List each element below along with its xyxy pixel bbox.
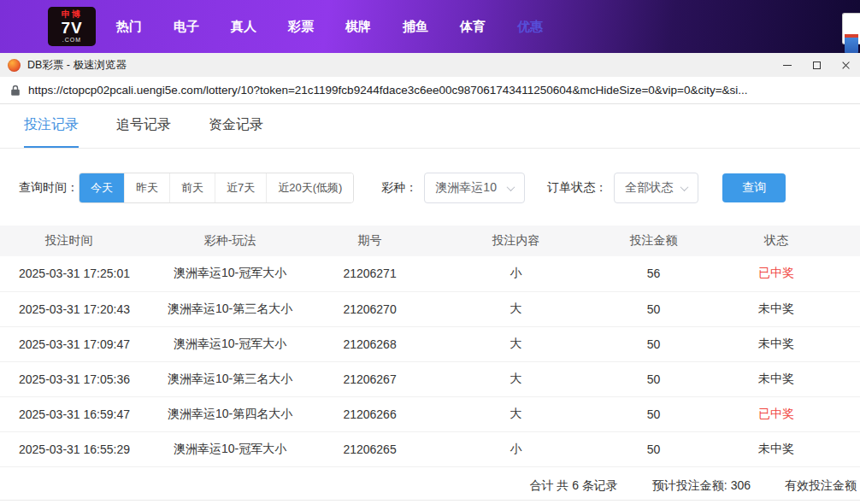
close-icon [841, 61, 851, 70]
cell-content: 小 [417, 256, 615, 291]
cell-status: 未中奖 [692, 361, 860, 396]
lottery-select-value: 澳洲幸运10 [435, 180, 497, 196]
cell-status: 未中奖 [692, 291, 860, 326]
order-status-select[interactable]: 全部状态 [614, 173, 698, 203]
floating-window-content [845, 34, 858, 53]
browser-window-title: DB彩票 - 极速浏览器 [27, 58, 127, 73]
table-row: 2025-03-31 16:55:29 澳洲幸运10-冠军大小 21206265… [0, 431, 860, 466]
summary-total-count: 合计 共 6 条记录 [529, 478, 617, 494]
browser-address-bar: https://ctopcp02pcali.uengi5e.com/lotter… [0, 77, 860, 104]
cell-amount: 56 [615, 256, 692, 291]
col-header-issue: 期号 [322, 226, 417, 256]
cell-game: 澳洲幸运10-冠军大小 [138, 326, 322, 361]
maximize-button[interactable] [802, 53, 831, 77]
cell-content: 小 [417, 431, 615, 466]
cell-amount: 50 [615, 326, 692, 361]
cell-amount: 50 [615, 291, 692, 326]
table-row: 2025-03-31 17:25:01 澳洲幸运10-冠军大小 21206271… [0, 256, 860, 291]
site-nav-menu: 热门 电子 真人 彩票 棋牌 捕鱼 体育 优惠 [116, 19, 543, 35]
cell-bet-time: 2025-03-31 16:59:47 [0, 396, 138, 431]
lottery-filter-label: 彩种： [381, 180, 417, 196]
lottery-select[interactable]: 澳洲幸运10 [424, 173, 525, 203]
cell-bet-time: 2025-03-31 17:25:01 [0, 256, 138, 291]
col-header-game: 彩种-玩法 [138, 226, 322, 256]
tab-chase-records[interactable]: 追号记录 [116, 104, 171, 148]
cell-issue: 21206270 [322, 291, 417, 326]
site-logo[interactable]: 申博 7V .COM [48, 7, 96, 46]
time-filter-label: 查询时间： [19, 180, 79, 196]
url-input[interactable]: https://ctopcp02pcali.uengi5e.com/lotter… [28, 84, 850, 97]
col-header-content: 投注内容 [417, 226, 615, 256]
cell-status: 未中奖 [692, 326, 860, 361]
time-range-group: 今天 昨天 前天 近7天 近20天(低频) [79, 173, 354, 203]
table-row: 2025-03-31 16:59:47 澳洲幸运10-第四名大小 2120626… [0, 396, 860, 431]
cell-content: 大 [417, 326, 615, 361]
cell-game: 澳洲幸运10-冠军大小 [138, 256, 322, 291]
cell-game: 澳洲幸运10-第三名大小 [138, 291, 322, 326]
time-btn-7days[interactable]: 近7天 [215, 173, 266, 202]
table-row: 2025-03-31 17:20:43 澳洲幸运10-第三名大小 2120627… [0, 291, 860, 326]
chevron-down-icon [680, 183, 689, 191]
cell-content: 大 [417, 361, 615, 396]
cell-content: 大 [417, 396, 615, 431]
cell-amount: 50 [615, 361, 692, 396]
cell-issue: 21206266 [322, 396, 417, 431]
cell-bet-time: 2025-03-31 17:09:47 [0, 326, 138, 361]
cell-game: 澳洲幸运10-冠军大小 [138, 431, 322, 466]
nav-item-lottery[interactable]: 彩票 [288, 19, 314, 35]
close-button[interactable] [831, 53, 860, 77]
logo-text-suffix: .COM [62, 37, 81, 43]
status-select-value: 全部状态 [625, 180, 673, 196]
table-row: 2025-03-31 17:09:47 澳洲幸运10-冠军大小 21206268… [0, 326, 860, 361]
cell-bet-time: 2025-03-31 17:20:43 [0, 291, 138, 326]
nav-item-sports[interactable]: 体育 [460, 19, 486, 35]
nav-item-fishing[interactable]: 捕鱼 [403, 19, 428, 35]
nav-item-slots[interactable]: 电子 [174, 19, 199, 35]
tab-fund-records[interactable]: 资金记录 [209, 104, 263, 148]
table-header-row: 投注时间 彩种-玩法 期号 投注内容 投注金额 状态 [0, 226, 860, 256]
browser-app-icon [8, 59, 21, 72]
summary-valid-amount: 有效投注金额 [785, 478, 857, 494]
cell-issue: 21206268 [322, 326, 417, 361]
cell-game: 澳洲幸运10-第三名大小 [138, 361, 322, 396]
cell-issue: 21206271 [322, 256, 417, 291]
time-btn-yesterday[interactable]: 昨天 [124, 173, 169, 202]
browser-title-bar: DB彩票 - 极速浏览器 [0, 53, 860, 77]
minimize-icon [783, 65, 792, 66]
cell-status: 已中奖 [692, 256, 860, 291]
time-btn-day-before[interactable]: 前天 [169, 173, 215, 202]
nav-item-hot[interactable]: 热门 [116, 19, 142, 35]
status-filter-label: 订单状态： [547, 180, 607, 196]
search-button[interactable]: 查询 [722, 173, 786, 202]
minimize-button[interactable] [773, 53, 802, 77]
cell-issue: 21206265 [322, 431, 417, 466]
window-controls [773, 53, 860, 77]
cell-bet-time: 2025-03-31 17:05:36 [0, 361, 138, 396]
nav-item-board[interactable]: 棋牌 [345, 19, 371, 35]
cell-bet-time: 2025-03-31 16:55:29 [0, 431, 138, 466]
cell-content: 大 [417, 291, 615, 326]
time-btn-20days[interactable]: 近20天(低频) [266, 173, 353, 202]
cell-amount: 50 [615, 431, 692, 466]
time-btn-today[interactable]: 今天 [80, 173, 124, 202]
maximize-icon [813, 62, 821, 69]
site-top-nav: 申博 7V .COM 热门 电子 真人 彩票 棋牌 捕鱼 体育 优惠 [0, 0, 860, 53]
nav-item-promo[interactable]: 优惠 [517, 19, 543, 35]
lock-icon[interactable] [10, 85, 21, 97]
cell-game: 澳洲幸运10-第四名大小 [138, 396, 322, 431]
cell-issue: 21206267 [322, 361, 417, 396]
cell-amount: 50 [615, 396, 692, 431]
tab-bet-records[interactable]: 投注记录 [24, 104, 79, 148]
table-row: 2025-03-31 17:05:36 澳洲幸运10-第三名大小 2120626… [0, 361, 860, 396]
divider [0, 500, 860, 501]
chevron-down-icon [507, 183, 515, 191]
cell-status: 已中奖 [692, 396, 860, 431]
record-tabs: 投注记录 追号记录 资金记录 [0, 104, 860, 149]
col-header-amount: 投注金额 [615, 226, 692, 256]
col-header-bet-time: 投注时间 [0, 226, 138, 256]
floating-window-thumbnail[interactable] [842, 13, 860, 44]
cell-status: 未中奖 [692, 431, 860, 466]
summary-expected-amount: 预计投注金额: 306 [652, 478, 751, 494]
col-header-status: 状态 [692, 226, 860, 256]
nav-item-live[interactable]: 真人 [231, 19, 256, 35]
